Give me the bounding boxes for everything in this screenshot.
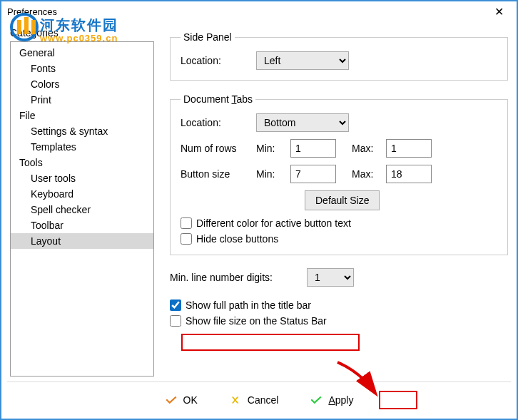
tree-item-tools[interactable]: Tools: [11, 155, 153, 170]
size-min-input[interactable]: [290, 165, 336, 183]
tree-item-user-tools[interactable]: User tools: [11, 170, 153, 186]
min-digits-label: Min. line number digits:: [170, 272, 307, 283]
apply-check-icon: [310, 394, 323, 406]
size-max-label: Max:: [352, 168, 386, 180]
size-min-label: Min:: [256, 168, 290, 180]
doc-tabs-location-label: Location:: [181, 117, 256, 128]
tree-item-settings-syntax[interactable]: Settings & syntax: [11, 123, 153, 139]
tree-item-toolbar[interactable]: Toolbar: [11, 217, 153, 233]
ok-button[interactable]: OK: [156, 391, 206, 409]
tree-item-general[interactable]: General: [11, 45, 153, 61]
tree-item-colors[interactable]: Colors: [11, 76, 153, 92]
tree-item-spell-checker[interactable]: Spell checker: [11, 202, 153, 217]
tree-item-fonts[interactable]: Fonts: [11, 61, 153, 76]
num-rows-label: Num of rows: [181, 143, 256, 154]
file-size-label: Show file size on the Status Bar: [186, 315, 327, 327]
default-size-button[interactable]: Default Size: [305, 190, 380, 210]
categories-label: Categories: [10, 27, 154, 39]
rows-min-input[interactable]: [290, 139, 336, 158]
diff-color-label: Different color for active button text: [196, 217, 351, 229]
diff-color-checkbox[interactable]: [181, 217, 192, 229]
tree-item-layout[interactable]: Layout: [11, 233, 153, 249]
document-tabs-legend: Document Tabs: [181, 93, 255, 105]
rows-max-label: Max:: [352, 143, 386, 154]
x-icon: [229, 394, 242, 406]
side-panel-location-label: Location:: [181, 55, 256, 66]
tree-item-templates[interactable]: Templates: [11, 139, 153, 155]
file-size-checkbox[interactable]: [170, 315, 181, 327]
side-panel-group: Side Panel Location: Left: [170, 31, 508, 81]
rows-min-label: Min:: [256, 143, 290, 154]
categories-tree[interactable]: GeneralFontsColorsPrintFileSettings & sy…: [10, 41, 154, 377]
full-path-checkbox[interactable]: [170, 299, 181, 311]
hide-close-label: Hide close buttons: [196, 233, 278, 245]
tree-item-file[interactable]: File: [11, 108, 153, 123]
button-size-label: Button size: [181, 168, 256, 180]
rows-max-input[interactable]: [386, 139, 432, 158]
size-max-input[interactable]: [386, 165, 432, 183]
document-tabs-group: Document Tabs Location: Bottom Num of ro…: [170, 93, 508, 255]
tree-item-print[interactable]: Print: [11, 92, 153, 108]
side-panel-legend: Side Panel: [181, 31, 235, 43]
doc-tabs-location-select[interactable]: Bottom: [256, 113, 349, 132]
full-path-label: Show full path in the title bar: [186, 299, 311, 311]
window-title: Preferences: [7, 6, 57, 17]
close-icon[interactable]: ✕: [487, 5, 511, 19]
tree-item-keyboard[interactable]: Keyboard: [11, 186, 153, 202]
check-icon: [165, 394, 178, 406]
apply-button[interactable]: Apply: [301, 391, 362, 409]
hide-close-checkbox[interactable]: [181, 233, 192, 245]
side-panel-location-select[interactable]: Left: [256, 51, 349, 70]
min-digits-select[interactable]: 1: [307, 268, 354, 287]
cancel-button[interactable]: Cancel: [220, 391, 288, 409]
